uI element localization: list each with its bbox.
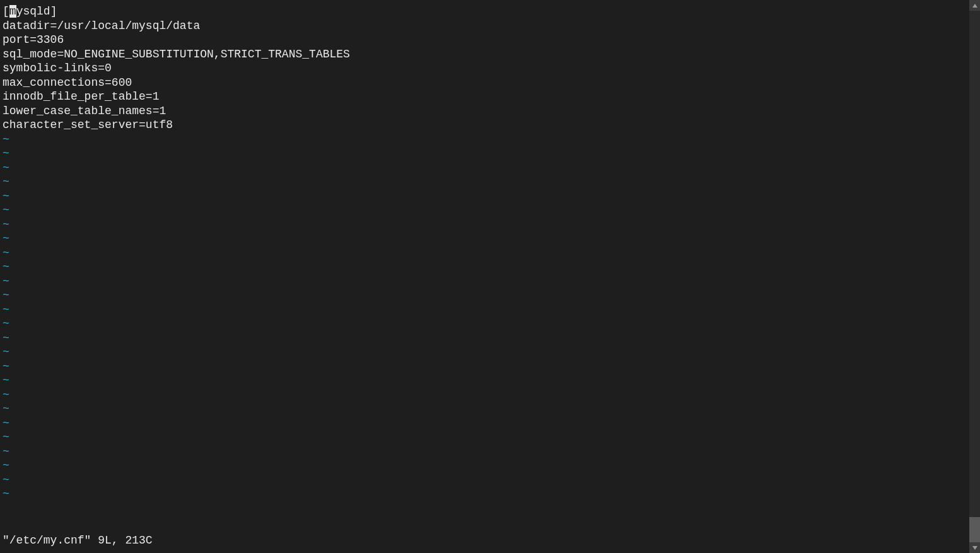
status-line: "/etc/my.cnf" 9L, 213C: [3, 533, 153, 548]
tilde-line: ~: [3, 161, 904, 175]
tilde-line: ~: [3, 274, 904, 289]
file-content[interactable]: [mysqld]datadir=/usr/local/mysql/datapor…: [3, 4, 904, 132]
scroll-thumb[interactable]: [969, 517, 980, 542]
tilde-line: ~: [3, 260, 904, 274]
tilde-line: ~: [3, 402, 904, 416]
tilde-line: ~: [3, 458, 904, 473]
file-line[interactable]: max_connections=600: [3, 76, 904, 90]
file-line[interactable]: datadir=/usr/local/mysql/data: [3, 19, 904, 33]
tilde-line: ~: [3, 203, 904, 218]
tilde-line: ~: [3, 331, 904, 346]
tilde-line: ~: [3, 430, 904, 445]
tilde-line: ~: [3, 487, 904, 501]
file-line[interactable]: sql_mode=NO_ENGINE_SUBSTITUTION,STRICT_T…: [3, 47, 904, 62]
tilde-line: ~: [3, 473, 904, 487]
tilde-line: ~: [3, 303, 904, 317]
file-line[interactable]: character_set_server=utf8: [3, 118, 904, 132]
file-line[interactable]: lower_case_table_names=1: [3, 104, 904, 119]
tilde-line: ~: [3, 189, 904, 204]
empty-lines: ~~~~~~~~~~~~~~~~~~~~~~~~~~: [3, 132, 904, 501]
scroll-down-button[interactable]: [969, 542, 980, 553]
file-line[interactable]: innodb_file_per_table=1: [3, 90, 904, 104]
chevron-down-icon: [972, 546, 977, 550]
file-line[interactable]: symbolic-links=0: [3, 61, 904, 76]
tilde-line: ~: [3, 317, 904, 331]
scroll-up-button[interactable]: [969, 0, 980, 11]
tilde-line: ~: [3, 288, 904, 303]
file-line[interactable]: [mysqld]: [3, 4, 904, 19]
chevron-up-icon: [972, 4, 977, 8]
cursor: m: [9, 5, 16, 18]
tilde-line: ~: [3, 445, 904, 459]
tilde-line: ~: [3, 388, 904, 402]
vertical-scrollbar[interactable]: [969, 0, 980, 553]
file-line[interactable]: port=3306: [3, 33, 904, 47]
tilde-line: ~: [3, 246, 904, 260]
tilde-line: ~: [3, 231, 904, 246]
tilde-line: ~: [3, 132, 904, 147]
tilde-line: ~: [3, 146, 904, 161]
tilde-line: ~: [3, 175, 904, 189]
editor-viewport[interactable]: [mysqld]datadir=/usr/local/mysql/datapor…: [0, 0, 906, 553]
tilde-line: ~: [3, 345, 904, 359]
tilde-line: ~: [3, 218, 904, 232]
tilde-line: ~: [3, 373, 904, 388]
tilde-line: ~: [3, 359, 904, 374]
tilde-line: ~: [3, 416, 904, 431]
